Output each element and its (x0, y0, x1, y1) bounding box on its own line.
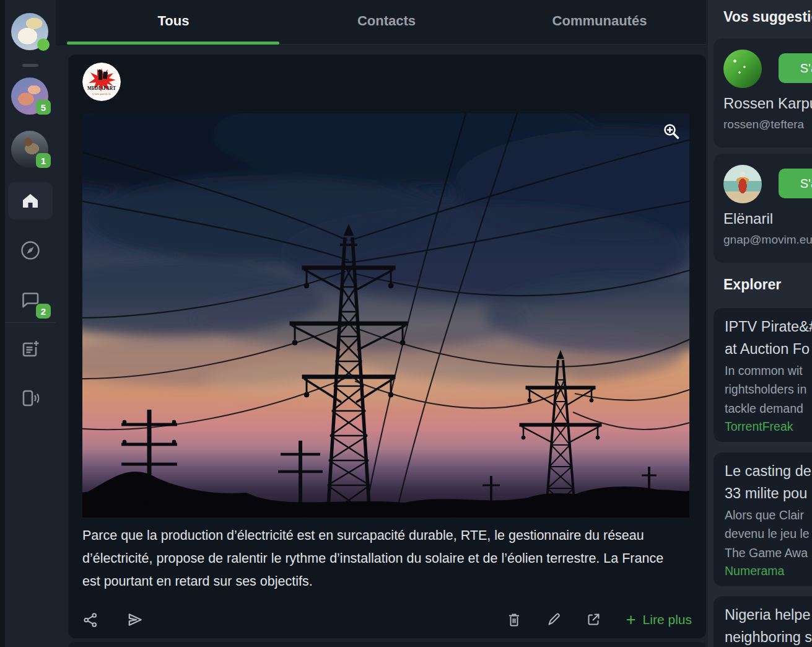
suggestion-card: S'abonner Elënaril gnap@movim.eu (714, 154, 812, 263)
zoom-in-icon (663, 123, 680, 140)
nav-explore-button[interactable] (19, 239, 42, 262)
explorer-item-title: IPTV Pirate&# (725, 315, 812, 338)
nav-devices-button[interactable] (19, 387, 42, 410)
explorer-item-title: Le casting de (725, 460, 811, 482)
chat-2-unread-badge: 1 (36, 153, 51, 168)
plus-icon: + (626, 613, 636, 627)
explorer-item-body: In common wit (725, 361, 803, 381)
explorer-item-body: devenu le jeu le (725, 524, 810, 544)
home-icon (21, 191, 40, 210)
share-icon (83, 612, 98, 628)
pylon-sunset-photo (82, 113, 689, 517)
next-post-card-edge[interactable] (68, 642, 706, 647)
online-status-dot (37, 38, 50, 51)
explorer-item-source[interactable]: Numerama (725, 564, 784, 578)
explorer-item-source[interactable]: TorrentFreak (725, 420, 793, 434)
active-tab-indicator (67, 42, 279, 45)
explorer-item-body: tackle demand (725, 399, 803, 418)
rail-edge-strip (0, 0, 5, 647)
feed-tabbar: Tous Contacts Communautés (56, 0, 706, 45)
post-card: MEDIAPART L'info part de là Électricité:… (68, 55, 706, 638)
trash-icon (507, 612, 522, 627)
explorer-item-title: at Auction Fo (725, 338, 810, 360)
post-photo[interactable] (82, 113, 689, 517)
suggestion-jid: rossen@teftera (723, 118, 804, 131)
explorer-item-title: 33 milite pou (725, 482, 807, 504)
device-ring-icon (20, 388, 41, 409)
rail-section-divider (5, 322, 56, 323)
mediapart-logo-tagline: L'info part de là (92, 92, 110, 95)
suggestion-avatar-rossen[interactable] (723, 50, 762, 88)
subscribe-button[interactable]: S'abonner (779, 169, 812, 198)
image-zoom-button[interactable] (662, 122, 681, 141)
explorer-item-body: rightsholders in (725, 380, 806, 399)
suggestion-jid: gnap@movim.eu (723, 233, 812, 247)
open-in-new-icon (586, 612, 601, 627)
subscribe-button[interactable]: S'abonner (779, 53, 812, 83)
suggestion-card: S'abonner Rossen Karpu rossen@teftera (714, 38, 812, 147)
delete-button[interactable] (506, 612, 522, 628)
read-more-label: Lire plus (643, 612, 692, 627)
explorer-item-body: Alors que Clair (725, 506, 804, 525)
mediapart-avatar[interactable]: MEDIAPART L'info part de là (82, 63, 121, 101)
chat-1-unread-badge: 5 (36, 100, 51, 115)
post-action-bar: + Lire plus (82, 606, 692, 633)
explorer-card[interactable]: Le casting de 33 milite pou Alors que Cl… (714, 452, 812, 586)
read-more-button[interactable]: + Lire plus (626, 612, 692, 627)
nav-new-post-button[interactable] (19, 338, 42, 361)
explorer-item-title: neighboring s (725, 626, 812, 647)
send-button[interactable] (127, 612, 143, 628)
explorer-item-body: The Game Awa (725, 544, 808, 563)
tab-communautes[interactable]: Communautés (493, 0, 706, 42)
new-post-icon (20, 339, 41, 360)
tab-tous[interactable]: Tous (67, 0, 280, 42)
suggestions-heading: Vos suggestions (723, 9, 812, 25)
nav-home-button[interactable] (8, 182, 53, 219)
rail-divider (22, 64, 38, 67)
suggestion-name[interactable]: Rossen Karpu (723, 95, 812, 112)
explorer-item-title: Nigeria helpe (725, 604, 810, 626)
explorer-card[interactable]: IPTV Pirate&# at Auction Fo In common wi… (714, 308, 812, 442)
mediapart-logo-text: MEDIAPART (87, 86, 116, 91)
nav-chats-badge: 2 (36, 304, 51, 319)
edit-button[interactable] (546, 612, 562, 628)
explorer-heading: Explorer (723, 276, 781, 293)
share-button[interactable] (82, 612, 98, 628)
left-rail: 5 1 2 (0, 0, 56, 647)
send-icon (127, 612, 143, 628)
suggestion-name[interactable]: Elënaril (723, 210, 773, 227)
post-body-text: Parce que la production d’électricité es… (82, 524, 677, 593)
suggestion-avatar-elenaril[interactable] (723, 165, 762, 203)
pencil-icon (546, 612, 561, 627)
open-external-button[interactable] (585, 612, 601, 628)
compass-icon (20, 240, 41, 261)
tab-contacts[interactable]: Contacts (280, 0, 493, 42)
explorer-card[interactable]: Nigeria helpe neighboring s (714, 596, 812, 647)
